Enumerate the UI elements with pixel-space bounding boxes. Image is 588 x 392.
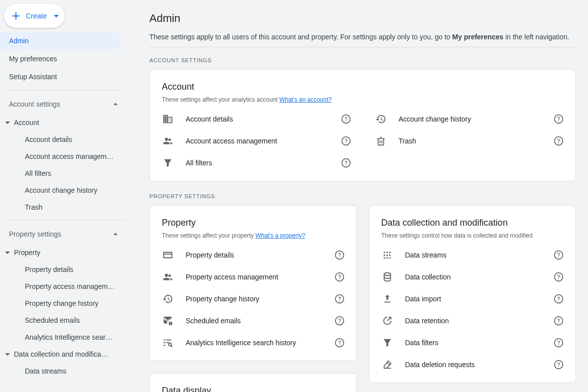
help-icon[interactable] — [554, 360, 564, 370]
nav-admin[interactable]: Admin — [0, 32, 121, 50]
help-icon[interactable] — [341, 136, 351, 146]
card-title: Data collection and modification — [381, 218, 564, 228]
item-label: Property access management — [186, 273, 323, 281]
nav-sub-data-collection[interactable]: Data collection and modifica… — [0, 346, 129, 363]
streams-icon — [381, 249, 393, 261]
nav-my-preferences[interactable]: My preferences — [0, 50, 121, 68]
card-desc: These settings affect your analytics acc… — [162, 96, 564, 103]
triangle-down-icon — [5, 252, 10, 254]
card-title: Data display — [162, 386, 345, 392]
item-label: Data import — [405, 295, 542, 303]
chevron-up-icon — [111, 229, 120, 239]
history-icon — [162, 293, 174, 305]
nav-sub-label: Data collection and modifica… — [14, 350, 120, 358]
help-icon[interactable] — [335, 250, 345, 260]
nav-section-property-settings[interactable]: Property settings — [0, 224, 129, 244]
data-collection-item[interactable]: Data import — [381, 293, 564, 305]
data-collection-item[interactable]: Data deletion requests — [381, 359, 564, 371]
property-item[interactable]: Property change history — [162, 293, 345, 305]
nav-sub-property[interactable]: Property — [0, 244, 129, 261]
nav-property-change-history[interactable]: Property change history — [0, 295, 129, 312]
upload-icon — [381, 293, 393, 305]
nav-analytics-search[interactable]: Analytics Intelligence sear… — [0, 329, 129, 346]
filter-icon — [381, 337, 393, 349]
help-icon[interactable] — [554, 114, 564, 124]
nav-data-streams[interactable]: Data streams — [0, 363, 129, 380]
item-label: Scheduled emails — [186, 317, 323, 325]
create-button[interactable]: Create — [4, 4, 65, 28]
nav-property-access[interactable]: Property access managem… — [0, 278, 129, 295]
nav-sub-account[interactable]: Account — [0, 114, 129, 131]
link-whats-property[interactable]: What's a property? — [255, 232, 305, 239]
card-desc: These settings affect your property What… — [162, 232, 345, 239]
triangle-down-icon — [5, 353, 10, 356]
help-icon[interactable] — [335, 316, 345, 326]
account-item[interactable]: All filters — [162, 157, 351, 169]
item-label: Data deletion requests — [405, 361, 542, 369]
domain-icon — [162, 113, 174, 125]
data-collection-item[interactable]: Data collection — [381, 271, 564, 283]
delete-icon — [375, 135, 387, 147]
property-item[interactable]: Property access management — [162, 271, 345, 283]
nav-account-change-history[interactable]: Account change history — [0, 182, 129, 199]
property-item[interactable]: Scheduled emails — [162, 315, 345, 327]
item-label: Trash — [399, 137, 542, 145]
help-icon[interactable] — [335, 338, 345, 348]
section-label: Property settings — [9, 230, 61, 238]
item-label: Data streams — [405, 251, 542, 259]
help-icon[interactable] — [554, 338, 564, 348]
data-collection-item[interactable]: Data retention — [381, 315, 564, 327]
chevron-down-icon — [54, 15, 59, 17]
nav-trash[interactable]: Trash — [0, 199, 129, 216]
nav-all-filters[interactable]: All filters — [0, 165, 129, 182]
page-description: These settings apply to all users of thi… — [149, 33, 576, 41]
data-collection-item[interactable]: Data filters — [381, 337, 564, 349]
account-item[interactable]: Account change history — [375, 113, 564, 125]
item-label: Data filters — [405, 339, 542, 347]
data-collection-item[interactable]: Data streams — [381, 249, 564, 261]
item-label: Analytics Intelligence search history — [186, 339, 323, 347]
nav-account-details[interactable]: Account details — [0, 131, 129, 148]
help-icon[interactable] — [335, 294, 345, 304]
help-icon[interactable] — [335, 272, 345, 282]
help-icon[interactable] — [554, 136, 564, 146]
item-label: Account details — [186, 115, 329, 123]
help-icon[interactable] — [341, 158, 351, 168]
group-icon — [162, 271, 174, 283]
account-item[interactable]: Account access management — [162, 135, 351, 147]
help-icon[interactable] — [341, 114, 351, 124]
help-icon[interactable] — [554, 250, 564, 260]
nav-property-details[interactable]: Property details — [0, 261, 129, 278]
nav-sub-label: Account — [14, 119, 120, 127]
nav-scheduled-emails[interactable]: Scheduled emails — [0, 312, 129, 329]
divider — [149, 47, 576, 47]
plus-icon — [10, 10, 22, 22]
history-icon — [375, 113, 387, 125]
help-icon[interactable] — [554, 294, 564, 304]
item-label: Property details — [186, 251, 323, 259]
card-desc: These settings control how data is colle… — [381, 232, 564, 239]
group-icon — [162, 135, 174, 147]
main-content: Admin These settings apply to all users … — [129, 0, 588, 392]
card-property: Property These settings affect your prop… — [149, 205, 357, 361]
card-data-display: Data display These settings control how … — [149, 373, 357, 392]
search-list-icon — [162, 337, 174, 349]
help-icon[interactable] — [554, 272, 564, 282]
nav-account-access[interactable]: Account access managem… — [0, 148, 129, 165]
card-title: Account — [162, 82, 564, 92]
account-item[interactable]: Account details — [162, 113, 351, 125]
item-label: Account access management — [186, 137, 329, 145]
property-item[interactable]: Property details — [162, 249, 345, 261]
property-item[interactable]: Analytics Intelligence search history — [162, 337, 345, 349]
help-icon[interactable] — [554, 316, 564, 326]
nav-section-account-settings[interactable]: Account settings — [0, 94, 129, 114]
triangle-down-icon — [5, 122, 10, 124]
item-label: Data retention — [405, 317, 542, 325]
section-label: Account settings — [9, 100, 60, 108]
nav-setup-assistant[interactable]: Setup Assistant — [0, 68, 121, 86]
nav-sub-label: Property — [14, 249, 120, 257]
sidebar: Create Admin My preferences Setup Assist… — [0, 0, 129, 392]
link-whats-account[interactable]: What's an account? — [279, 96, 332, 103]
account-item[interactable]: Trash — [375, 135, 564, 147]
card-title: Property — [162, 218, 345, 228]
